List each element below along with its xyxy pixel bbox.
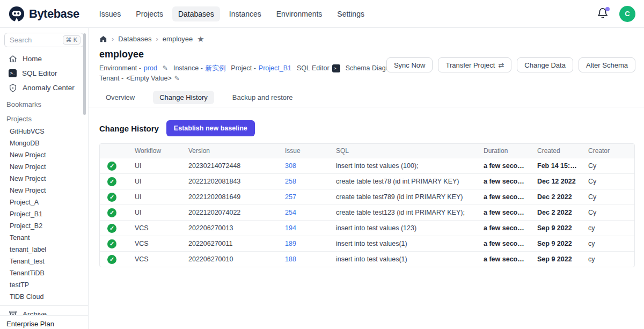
sidebar: ⌘ K Home >_ SQL Editor bbox=[0, 28, 89, 329]
avatar[interactable]: C bbox=[619, 6, 635, 22]
creator-cell: cy bbox=[583, 220, 635, 236]
main-nav: Issues Projects Databases Instances Envi… bbox=[93, 6, 370, 21]
search-input[interactable] bbox=[10, 36, 55, 44]
nav-item-issues[interactable]: Issues bbox=[93, 6, 127, 21]
sidebar-project-item[interactable]: Project_B1 bbox=[0, 208, 88, 220]
change-data-button[interactable]: Change Data bbox=[517, 57, 573, 72]
sync-now-button[interactable]: Sync Now bbox=[386, 57, 433, 72]
breadcrumb-item-employee[interactable]: employee bbox=[163, 35, 193, 43]
nav-item-instances[interactable]: Instances bbox=[223, 6, 267, 21]
sidebar-item-sql-editor[interactable]: >_ SQL Editor bbox=[0, 66, 88, 81]
duration-cell: a few seconds bbox=[478, 189, 532, 204]
issue-link[interactable]: 257 bbox=[285, 193, 296, 201]
created-cell: Sep 9 2022 bbox=[532, 220, 583, 236]
sidebar-item-anomaly-center[interactable]: Anomaly Center bbox=[0, 81, 88, 95]
plan-badge[interactable]: Enterprise Plan bbox=[0, 315, 88, 329]
sidebar-project-item[interactable]: New Project bbox=[0, 161, 88, 173]
workflow-cell: VCS bbox=[129, 251, 183, 267]
sidebar-project-item[interactable]: New Project bbox=[0, 149, 88, 161]
section-title: Change History bbox=[99, 124, 159, 133]
sidebar-project-item[interactable]: TiDB Cloud bbox=[0, 291, 88, 303]
notification-bell-icon[interactable] bbox=[597, 8, 610, 20]
sidebar-project-item[interactable]: tenant_label bbox=[0, 244, 88, 255]
sidebar-project-item[interactable]: Project_B2 bbox=[0, 220, 88, 232]
sidebar-project-item[interactable]: New Project bbox=[0, 185, 88, 196]
creator-cell: cy bbox=[583, 236, 635, 251]
success-check-icon: ✓ bbox=[107, 239, 116, 248]
topbar-right: C bbox=[597, 6, 635, 22]
table-row[interactable]: ✓ UI 20230214072448 308 insert into test… bbox=[100, 158, 635, 173]
tab-backup-and-restore[interactable]: Backup and restore bbox=[226, 91, 299, 104]
environment-label: Environment - bbox=[99, 64, 141, 73]
instance-link[interactable]: 新实例 bbox=[206, 64, 226, 73]
sidebar-scrollbar[interactable] bbox=[83, 33, 86, 115]
bookmark-star-icon[interactable]: ★ bbox=[197, 35, 204, 43]
version-cell: 202206270010 bbox=[183, 251, 280, 267]
issue-link[interactable]: 254 bbox=[285, 209, 296, 216]
success-check-icon: ✓ bbox=[107, 224, 116, 233]
database-meta: Environment - prod ✎ Instance - 新实例 Proj… bbox=[99, 64, 421, 83]
top-navbar: Bytebase Issues Projects Databases Insta… bbox=[0, 0, 644, 28]
alter-schema-button[interactable]: Alter Schema bbox=[579, 57, 635, 72]
table-row[interactable]: ✓ VCS 202206270011 189 insert into test … bbox=[100, 236, 635, 251]
creator-cell: cy bbox=[583, 251, 635, 267]
issue-link[interactable]: 258 bbox=[285, 178, 296, 185]
home-icon bbox=[9, 55, 17, 63]
search-box[interactable]: ⌘ K bbox=[4, 33, 84, 47]
tab-overview[interactable]: Overview bbox=[99, 91, 141, 104]
creator-cell: Cy bbox=[583, 189, 635, 204]
sidebar-item-label: Home bbox=[23, 55, 42, 63]
main-content: › Databases › employee ★ employee Enviro… bbox=[89, 28, 644, 329]
created-cell: Dec 12 2022 bbox=[532, 173, 583, 189]
terminal-icon: >_ bbox=[332, 64, 340, 72]
issue-link[interactable]: 188 bbox=[285, 255, 296, 263]
establish-baseline-button[interactable]: Establish new baseline bbox=[166, 120, 255, 136]
table-row[interactable]: ✓ VCS 202206270010 188 insert into test … bbox=[100, 251, 635, 267]
environment-link[interactable]: prod bbox=[144, 64, 157, 73]
search-shortcut-badge: ⌘ K bbox=[63, 35, 80, 45]
project-link[interactable]: Project_B1 bbox=[259, 64, 291, 73]
breadcrumb-home-icon[interactable] bbox=[99, 35, 107, 43]
edit-tenant-icon[interactable]: ✎ bbox=[174, 74, 180, 83]
tab-change-history[interactable]: Change History bbox=[153, 91, 214, 104]
nav-item-environments[interactable]: Environments bbox=[270, 6, 328, 21]
issue-cell: 194 bbox=[280, 220, 331, 236]
sidebar-project-item[interactable]: Project_A bbox=[0, 196, 88, 208]
version-cell: 20221202074022 bbox=[183, 204, 280, 220]
issue-link[interactable]: 189 bbox=[285, 240, 296, 247]
brand-name: Bytebase bbox=[29, 7, 79, 21]
table-row[interactable]: ✓ UI 20221202081843 258 create table tes… bbox=[100, 173, 635, 189]
success-check-icon: ✓ bbox=[107, 193, 116, 202]
col-creator: Creator bbox=[583, 144, 635, 158]
bookmarks-section-label: Bookmarks bbox=[0, 98, 88, 111]
brand[interactable]: Bytebase bbox=[9, 6, 79, 22]
nav-item-settings[interactable]: Settings bbox=[331, 6, 370, 21]
nav-item-projects[interactable]: Projects bbox=[130, 6, 169, 21]
sidebar-project-item[interactable]: MongoDB bbox=[0, 137, 88, 149]
duration-cell: a few seconds bbox=[478, 173, 532, 189]
table-row[interactable]: ✓ UI 20221202074022 254 create table tes… bbox=[100, 204, 635, 220]
table-row[interactable]: ✓ VCS 202206270013 194 insert into test … bbox=[100, 220, 635, 236]
sidebar-project-item[interactable]: testTP bbox=[0, 279, 88, 291]
sidebar-item-home[interactable]: Home bbox=[0, 52, 88, 66]
issue-link[interactable]: 308 bbox=[285, 162, 296, 170]
sql-cell: insert into test values (123) bbox=[331, 220, 478, 236]
workflow-cell: UI bbox=[129, 173, 183, 189]
issue-cell: 257 bbox=[280, 189, 331, 204]
table-body: ✓ UI 20230214072448 308 insert into test… bbox=[100, 158, 635, 267]
sql-cell: create table test78 (id int PRIMARY KEY) bbox=[331, 173, 478, 189]
breadcrumb-item-databases[interactable]: Databases bbox=[118, 35, 151, 43]
table-row[interactable]: ✓ UI 20221202081649 257 create table tes… bbox=[100, 189, 635, 204]
issue-link[interactable]: 194 bbox=[285, 224, 296, 232]
pen-nib-icon: ✎ bbox=[163, 64, 168, 73]
nav-item-databases[interactable]: Databases bbox=[172, 6, 220, 21]
sidebar-project-item[interactable]: TenantTiDB bbox=[0, 267, 88, 279]
transfer-project-button[interactable]: Transfer Project ⇄ bbox=[438, 57, 511, 72]
workflow-cell: VCS bbox=[129, 220, 183, 236]
success-check-icon: ✓ bbox=[107, 255, 116, 264]
sidebar-project-item[interactable]: GitHubVCS bbox=[0, 126, 88, 137]
meta-sql-editor[interactable]: SQL Editor >_ bbox=[297, 64, 340, 73]
sidebar-project-item[interactable]: Tenant bbox=[0, 232, 88, 244]
sidebar-project-item[interactable]: Tenant_test bbox=[0, 255, 88, 267]
sidebar-project-item[interactable]: New Project bbox=[0, 173, 88, 185]
